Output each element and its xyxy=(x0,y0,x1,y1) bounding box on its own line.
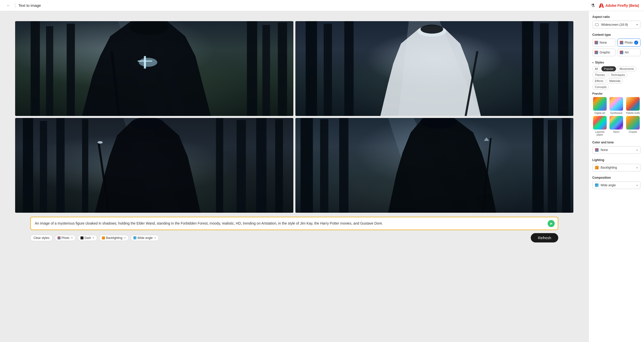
svg-marker-49 xyxy=(484,137,489,141)
svg-rect-0 xyxy=(31,21,40,116)
filter-effects[interactable]: Effects xyxy=(592,78,606,83)
prompt-box[interactable]: An image of a mysterious figure cloaked … xyxy=(30,217,558,230)
style-neon[interactable]: Neon xyxy=(609,116,624,136)
chevron-down-icon: ▾ xyxy=(636,23,638,26)
refresh-button[interactable]: Refresh xyxy=(531,233,558,242)
prompt-text: An image of a mysterious figure cloaked … xyxy=(35,221,545,226)
none-ct-icon xyxy=(595,41,598,44)
header: ← Text to image ⚗ Adobe Firefly (Beta) xyxy=(0,0,644,11)
content-type-section: Content type None Photo ✓ Graphic Ar xyxy=(592,33,640,56)
clear-styles-button[interactable]: Clear styles xyxy=(30,235,53,241)
style-chaotic[interactable]: Chaotic xyxy=(625,116,640,136)
svg-rect-30 xyxy=(237,120,246,213)
svg-rect-24 xyxy=(464,51,478,116)
tag-dark[interactable]: Dark ✕ xyxy=(78,235,97,241)
tag-wide-angle-close[interactable]: ✕ xyxy=(154,236,156,239)
color-tone-value: None xyxy=(601,148,634,152)
generated-image-4[interactable] xyxy=(295,118,574,213)
style-thumb-palette-knife xyxy=(626,97,640,111)
svg-marker-45 xyxy=(429,118,481,213)
canvas-area: An image of a mysterious figure cloaked … xyxy=(0,11,589,342)
svg-rect-43 xyxy=(562,118,570,213)
tag-dark-close[interactable]: ✕ xyxy=(92,236,94,239)
style-name-synthwave: Synthwave xyxy=(610,112,623,114)
tag-backlighting-close[interactable]: ✕ xyxy=(124,236,126,239)
content-type-graphic[interactable]: Graphic xyxy=(592,49,615,56)
svg-rect-17 xyxy=(522,21,533,116)
tag-wide-angle[interactable]: Wide angle ✕ xyxy=(131,235,159,241)
generated-image-1[interactable] xyxy=(15,21,293,116)
generated-image-2[interactable] xyxy=(295,21,574,116)
style-layered-paper[interactable]: Layered paper xyxy=(592,116,607,136)
tag-photo-close[interactable]: ✕ xyxy=(71,236,73,239)
flask-icon: ⚗ xyxy=(591,3,595,8)
style-filters: All Popular Movements Themes Techniques … xyxy=(592,66,640,89)
color-tone-dropdown[interactable]: None ▾ xyxy=(592,146,640,154)
composition-dropdown[interactable]: Wide angle ▾ xyxy=(592,181,640,189)
svg-rect-15 xyxy=(324,24,332,116)
svg-point-9 xyxy=(129,21,169,35)
content-type-none[interactable]: None xyxy=(592,39,615,47)
svg-rect-29 xyxy=(216,118,223,213)
back-button[interactable]: ← xyxy=(5,2,12,9)
tag-photo[interactable]: Photo ✕ xyxy=(55,235,76,241)
generated-image-3[interactable] xyxy=(15,118,293,213)
svg-rect-14 xyxy=(305,21,317,116)
composition-icon xyxy=(595,183,599,187)
style-thumb-layered-paper xyxy=(593,116,607,130)
aspect-ratio-value: Widescreen (16:9) xyxy=(601,23,628,26)
filter-techniques[interactable]: Techniques xyxy=(608,72,628,77)
prompt-area: An image of a mysterious figure cloaked … xyxy=(15,213,573,247)
art-ct-label: Art xyxy=(625,51,629,54)
tag-backlighting[interactable]: Backlighting ✕ xyxy=(99,235,129,241)
aspect-ratio-label: Aspect ratio xyxy=(592,15,640,19)
svg-rect-3 xyxy=(247,21,257,116)
color-tone-section: Color and tone None ▾ xyxy=(592,141,640,154)
style-synthwave[interactable]: Synthwave xyxy=(609,97,624,114)
svg-rect-42 xyxy=(548,120,557,213)
style-digital-art[interactable]: Digital art xyxy=(592,97,607,114)
svg-rect-25 xyxy=(23,118,33,213)
send-button[interactable]: ➤ xyxy=(548,220,555,227)
graphic-ct-label: Graphic xyxy=(600,51,610,54)
lighting-dropdown[interactable]: Backlighting ▾ xyxy=(592,164,640,171)
svg-rect-27 xyxy=(56,118,65,213)
svg-marker-34 xyxy=(95,120,201,213)
lighting-value: Backlighting xyxy=(601,166,634,169)
header-right: ⚗ Adobe Firefly (Beta) xyxy=(591,3,639,8)
filter-themes[interactable]: Themes xyxy=(592,72,607,77)
color-tone-icon xyxy=(595,148,599,152)
svg-marker-33 xyxy=(123,118,180,213)
lighting-icon xyxy=(595,166,599,169)
prompt-tags: Clear styles Photo ✕ Dark ✕ xyxy=(30,233,558,242)
style-thumb-chaotic xyxy=(626,116,640,130)
filter-concepts[interactable]: Concepts xyxy=(592,84,609,89)
style-thumb-neon xyxy=(609,116,623,130)
filter-materials[interactable]: Materials xyxy=(607,78,623,83)
wide-angle-tag-icon xyxy=(133,236,136,239)
style-palette-knife[interactable]: Palette knife xyxy=(625,97,640,114)
lighting-label: Lighting xyxy=(592,158,640,162)
content-type-art[interactable]: Art xyxy=(618,49,641,56)
filter-movements[interactable]: Movements xyxy=(617,66,636,71)
svg-point-11 xyxy=(139,58,157,67)
aspect-ratio-dropdown[interactable]: Widescreen (16:9) ▾ xyxy=(592,21,640,28)
color-tone-chevron-icon: ▾ xyxy=(636,149,638,151)
filter-all[interactable]: All xyxy=(592,66,600,71)
styles-title: Styles xyxy=(595,61,604,64)
filter-popular[interactable]: Popular xyxy=(601,66,616,71)
svg-point-47 xyxy=(421,118,457,129)
style-name-digital-art: Digital art xyxy=(595,112,605,114)
photo-tag-icon xyxy=(58,236,61,239)
svg-point-22 xyxy=(417,26,446,37)
svg-marker-6 xyxy=(118,21,170,116)
svg-rect-12 xyxy=(144,56,146,69)
photo-ct-icon xyxy=(620,41,623,44)
image-grid xyxy=(15,21,573,213)
svg-rect-28 xyxy=(82,119,88,213)
svg-rect-26 xyxy=(40,121,47,213)
svg-rect-39 xyxy=(320,119,328,213)
content-type-photo[interactable]: Photo ✓ xyxy=(618,39,641,47)
svg-point-37 xyxy=(98,141,103,144)
composition-value: Wide angle xyxy=(601,183,634,187)
